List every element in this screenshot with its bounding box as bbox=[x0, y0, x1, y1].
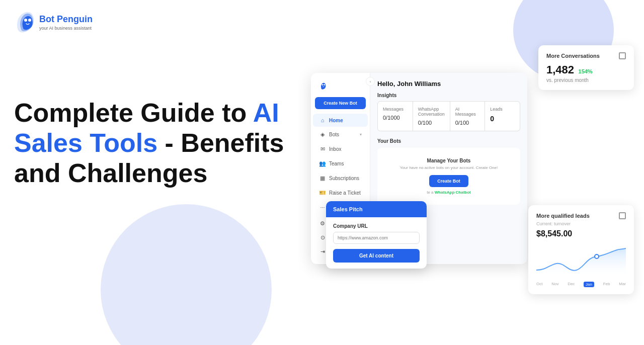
heading-sales-tools: Sales Tools bbox=[14, 128, 157, 157]
sales-pitch-body: Company URL Get AI content bbox=[326, 217, 427, 269]
whatsapp-prefix: te a bbox=[427, 190, 435, 195]
more-icon: ··· bbox=[319, 204, 326, 210]
card-conversations: More Conversations 1,482 154% vs. previo… bbox=[538, 45, 634, 90]
sidebar-item-subscriptions[interactable]: ▦ Subscriptions bbox=[313, 171, 368, 185]
card-conversations-sub: vs. previous month bbox=[546, 77, 626, 83]
subscriptions-icon: ▦ bbox=[319, 175, 326, 182]
settings2-icon: ⊙ bbox=[319, 234, 326, 241]
whatsapp-link-text: te a WhatsApp Chatbot bbox=[382, 190, 515, 195]
insight-leads: Leads 0 bbox=[485, 102, 520, 131]
sales-pitch-header: Sales Pitch bbox=[326, 201, 427, 217]
heading-ai: AI bbox=[253, 98, 279, 127]
insight-whatsapp-value: 0/100 bbox=[418, 120, 445, 126]
sidebar-item-inbox[interactable]: ✉ Inbox bbox=[313, 142, 368, 156]
leads-subtitle: Current: turnover bbox=[536, 221, 626, 226]
card-conversations-title: More Conversations bbox=[546, 53, 600, 59]
logo-bot: Bot bbox=[39, 14, 54, 24]
sidebar-item-home-text: Home bbox=[329, 118, 343, 123]
get-ai-content-button[interactable]: Get AI content bbox=[333, 249, 420, 263]
logo-icon bbox=[14, 10, 35, 35]
insight-messages: Messages 0/1000 bbox=[378, 102, 413, 131]
sidebar-item-raise-ticket-label: Raise a Ticket bbox=[329, 190, 361, 196]
insight-whatsapp-label: WhatsApp Conversation bbox=[418, 107, 445, 117]
sidebar-toggle[interactable]: ‹ bbox=[366, 77, 375, 86]
bots-icon: ◈ bbox=[319, 131, 326, 138]
svg-point-1 bbox=[28, 19, 31, 22]
main-heading: Complete Guide to AI Sales Tools - Benef… bbox=[14, 98, 311, 188]
card-leads: More qualified leads Current: turnover $… bbox=[528, 205, 634, 294]
x-label-oct: Oct bbox=[536, 282, 542, 287]
sidebar-item-bots[interactable]: ◈ Bots ▾ bbox=[313, 128, 368, 141]
manage-bots-sub: Your have no active bots on your account… bbox=[382, 165, 515, 170]
create-bot-button[interactable]: Create Bot bbox=[429, 175, 468, 187]
sidebar-item-subscriptions-label: Subscriptions bbox=[329, 176, 359, 181]
card-conversations-pct: 154% bbox=[579, 68, 593, 74]
card-conversations-title-row: More Conversations bbox=[546, 52, 626, 59]
insights-grid: Messages 0/1000 WhatsApp Conversation 0/… bbox=[377, 101, 520, 131]
x-label-dec: Dec bbox=[568, 282, 575, 287]
logo-area: Bot Penguin your AI business assistant bbox=[14, 10, 93, 35]
leads-title: More qualified leads bbox=[536, 213, 590, 219]
sidebar-item-home[interactable]: ⌂ Hello, John Williams Home bbox=[313, 114, 368, 127]
svg-point-4 bbox=[595, 254, 599, 258]
sales-pitch-popup: Sales Pitch Company URL Get AI content bbox=[326, 201, 427, 269]
insights-label: Insights bbox=[377, 93, 520, 98]
card-conversations-value-row: 1,482 154% bbox=[546, 63, 626, 76]
company-url-input[interactable] bbox=[333, 232, 420, 244]
company-url-label: Company URL bbox=[333, 223, 420, 229]
sidebar-item-inbox-label: Inbox bbox=[329, 146, 341, 152]
insight-ai-messages: AI Messages 0/100 bbox=[450, 102, 485, 131]
leads-title-row: More qualified leads bbox=[536, 212, 626, 219]
insight-leads-label: Leads bbox=[490, 107, 515, 112]
whatsapp-link[interactable]: WhatsApp Chatbot bbox=[435, 190, 471, 195]
settings1-icon: ⚙ bbox=[319, 220, 326, 227]
heading-text: Complete Guide to AI Sales Tools - Benef… bbox=[14, 98, 311, 188]
inbox-icon: ✉ bbox=[319, 146, 326, 152]
heading-line1: Complete Guide to bbox=[14, 98, 253, 127]
insight-whatsapp: WhatsApp Conversation 0/100 bbox=[413, 102, 450, 131]
card-conversations-value: 1,482 bbox=[546, 63, 574, 76]
manage-bots-box: Manage Your Bots Your have no active bot… bbox=[377, 148, 520, 205]
card-conversations-icon bbox=[619, 52, 626, 59]
sidebar-logo-icon bbox=[317, 80, 327, 92]
x-label-mar: Mar bbox=[619, 282, 626, 287]
logo-text-block: Bot Penguin your AI business assistant bbox=[39, 15, 93, 31]
insight-leads-value: 0 bbox=[490, 115, 515, 123]
sidebar-item-teams[interactable]: 👥 Teams bbox=[313, 157, 368, 170]
logout-icon: ⇥ bbox=[319, 248, 326, 255]
insight-messages-label: Messages bbox=[383, 107, 408, 112]
x-label-feb: Feb bbox=[603, 282, 610, 287]
teams-icon: 👥 bbox=[319, 160, 326, 167]
ticket-icon: 🎫 bbox=[319, 190, 326, 196]
leads-icon bbox=[619, 212, 626, 219]
sidebar-create-btn[interactable]: Create New Bot bbox=[315, 97, 366, 109]
svg-point-0 bbox=[24, 19, 27, 22]
heading-benefits: - Benefits bbox=[157, 128, 284, 157]
x-label-nov: Nov bbox=[551, 282, 558, 287]
sidebar-item-teams-label: Teams bbox=[329, 161, 344, 166]
svg-point-3 bbox=[324, 84, 325, 85]
svg-point-2 bbox=[322, 84, 324, 85]
leads-value: $8,545.00 bbox=[536, 229, 626, 238]
leads-x-axis: Oct Nov Dec Jan Feb Mar bbox=[536, 282, 626, 287]
greeting-text: Hello, John Williams bbox=[377, 80, 520, 88]
sidebar-item-bots-label: Bots bbox=[329, 132, 339, 137]
home-icon: ⌂ bbox=[319, 117, 326, 123]
insight-ai-value: 0/100 bbox=[455, 120, 480, 126]
insight-messages-value: 0/1000 bbox=[383, 115, 408, 121]
logo-penguin: Penguin bbox=[57, 14, 93, 24]
heading-challenges: and Challenges bbox=[14, 158, 207, 188]
manage-bots-title: Manage Your Bots bbox=[382, 158, 515, 163]
bots-chevron-icon: ▾ bbox=[360, 132, 362, 137]
sidebar-logo: ‹ bbox=[311, 78, 370, 97]
deco-circle-bottom bbox=[101, 204, 272, 345]
leads-chart bbox=[536, 242, 626, 278]
x-label-jan[interactable]: Jan bbox=[584, 282, 594, 287]
sidebar-item-raise-ticket[interactable]: 🎫 Raise a Ticket bbox=[313, 186, 368, 200]
your-bots-label: Your Bots bbox=[377, 138, 520, 144]
logo-tagline: your AI business assistant bbox=[39, 26, 93, 31]
logo-brand: Bot Penguin bbox=[39, 15, 93, 25]
insight-ai-label: AI Messages bbox=[455, 107, 480, 117]
